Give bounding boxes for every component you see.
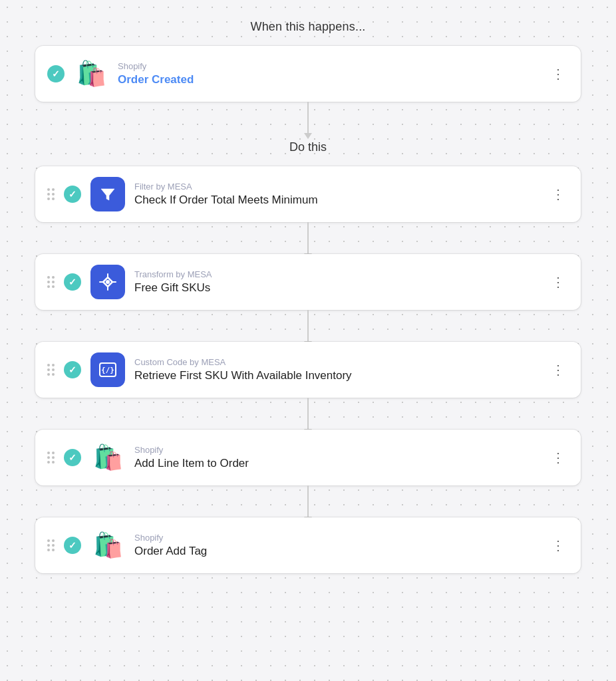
drag-handle-step3[interactable] xyxy=(47,364,55,376)
trigger-more-button[interactable]: ⋮ xyxy=(547,63,569,84)
shopify-icon-step4: 🛍️ xyxy=(90,440,125,475)
when-label: When this happens... xyxy=(250,20,365,34)
drag-handle-step2[interactable] xyxy=(47,276,55,288)
step1-more-button[interactable]: ⋮ xyxy=(547,184,569,205)
check-icon xyxy=(47,65,65,82)
code-icon-step3: {/} xyxy=(90,352,125,387)
connector-0 xyxy=(307,102,309,134)
step4-action: Add Line Item to Order xyxy=(134,457,538,470)
check-icon-step1 xyxy=(64,186,81,203)
step2-more-button[interactable]: ⋮ xyxy=(547,271,569,293)
trigger-action: Order Created xyxy=(118,73,538,86)
step5-more-button[interactable]: ⋮ xyxy=(547,535,569,556)
step2-app-name: Transform by MESA xyxy=(134,269,538,279)
step-card-step4[interactable]: 🛍️ Shopify Add Line Item to Order ⋮ xyxy=(35,430,581,485)
step4-app-name: Shopify xyxy=(134,445,538,455)
connector-4 xyxy=(307,485,309,517)
trigger-card[interactable]: 🛍️ Shopify Order Created ⋮ xyxy=(35,46,581,102)
step2-content: Transform by MESA Free Gift SKUs xyxy=(134,269,538,295)
step-card-step5[interactable]: 🛍️ Shopify Order Add Tag ⋮ xyxy=(35,517,581,573)
step-card-step2[interactable]: Transform by MESA Free Gift SKUs ⋮ xyxy=(35,254,581,310)
step3-more-button[interactable]: ⋮ xyxy=(547,359,569,380)
step3-action: Retrieve First SKU With Available Invent… xyxy=(134,369,538,382)
step1-app-name: Filter by MESA xyxy=(134,182,538,192)
step2-action: Free Gift SKUs xyxy=(134,281,538,295)
step5-app-name: Shopify xyxy=(134,533,538,543)
step1-content: Filter by MESA Check If Order Total Meet… xyxy=(134,182,538,207)
step4-content: Shopify Add Line Item to Order xyxy=(134,445,538,470)
step4-more-button[interactable]: ⋮ xyxy=(547,447,569,468)
step-card-step1[interactable]: Filter by MESA Check If Order Total Meet… xyxy=(35,166,581,222)
check-icon-step2 xyxy=(64,273,81,291)
shopify-trigger-icon: 🛍️ xyxy=(74,57,108,91)
step3-app-name: Custom Code by MESA xyxy=(134,357,538,367)
step-card-step3[interactable]: {/} Custom Code by MESA Retrieve First S… xyxy=(35,342,581,398)
drag-handle-step4[interactable] xyxy=(47,452,55,464)
drag-handle-step5[interactable] xyxy=(47,539,55,551)
step1-action: Check If Order Total Meets Minimum xyxy=(134,194,538,207)
step3-content: Custom Code by MESA Retrieve First SKU W… xyxy=(134,357,538,382)
svg-text:🛍️: 🛍️ xyxy=(77,59,107,88)
svg-point-2 xyxy=(106,280,110,284)
filter-icon-step1 xyxy=(90,177,125,211)
check-icon-step5 xyxy=(64,537,81,554)
trigger-app-name: Shopify xyxy=(118,61,538,71)
drag-handle-step1[interactable] xyxy=(47,188,55,200)
connector-1 xyxy=(307,222,309,254)
step5-content: Shopify Order Add Tag xyxy=(134,533,538,558)
svg-text:🛍️: 🛍️ xyxy=(93,443,124,472)
shopify-icon-step5: 🛍️ xyxy=(90,528,125,563)
svg-text:{/}: {/} xyxy=(101,366,114,374)
svg-text:🛍️: 🛍️ xyxy=(93,531,124,560)
workflow-container: When this happens... 🛍️ Shopify Order Cr… xyxy=(22,0,594,593)
transform-icon-step2 xyxy=(90,265,125,299)
check-icon-step3 xyxy=(64,361,81,378)
trigger-content: Shopify Order Created xyxy=(118,61,538,86)
step5-action: Order Add Tag xyxy=(134,545,538,558)
check-icon-step4 xyxy=(64,449,81,466)
connector-3 xyxy=(307,398,309,430)
connector-2 xyxy=(307,310,309,342)
do-this-label: Do this xyxy=(289,140,327,154)
